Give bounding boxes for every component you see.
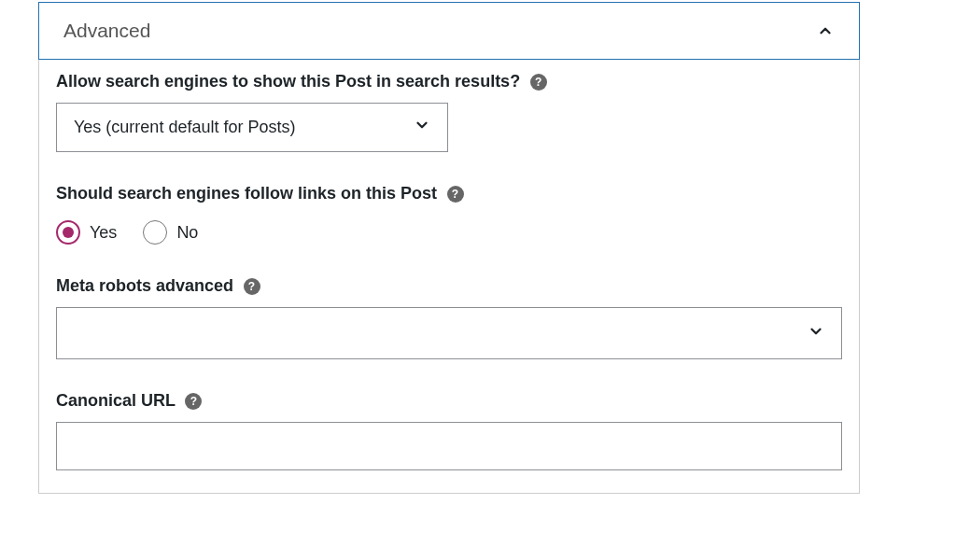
panel-title: Advanced — [63, 20, 150, 42]
help-icon[interactable]: ? — [530, 74, 547, 91]
radio-group-follow: Yes No — [56, 220, 842, 245]
chevron-up-icon — [816, 21, 835, 40]
radio-circle-yes — [56, 220, 80, 245]
help-icon[interactable]: ? — [185, 393, 202, 410]
field-allow-search: Allow search engines to show this Post i… — [56, 72, 842, 152]
label-canonical: Canonical URL — [56, 391, 176, 411]
chevron-down-icon — [414, 117, 430, 138]
field-meta-robots: Meta robots advanced ? — [56, 276, 842, 359]
label-follow-links: Should search engines follow links on th… — [56, 184, 437, 203]
field-follow-links: Should search engines follow links on th… — [56, 184, 842, 245]
radio-no[interactable]: No — [143, 220, 198, 245]
label-allow-search: Allow search engines to show this Post i… — [56, 72, 520, 91]
panel-header[interactable]: Advanced — [38, 2, 860, 60]
advanced-panel: Advanced Allow search engines to show th… — [38, 2, 860, 494]
help-icon[interactable]: ? — [244, 278, 260, 295]
select-allow-search[interactable]: Yes (current default for Posts) — [56, 103, 448, 152]
radio-label-yes: Yes — [90, 223, 117, 243]
select-meta-robots[interactable] — [56, 307, 842, 359]
help-icon[interactable]: ? — [447, 186, 464, 203]
radio-circle-no — [143, 220, 167, 245]
radio-label-no: No — [176, 223, 198, 243]
chevron-down-icon — [808, 323, 824, 344]
input-canonical-url[interactable] — [56, 422, 842, 470]
panel-body: Allow search engines to show this Post i… — [39, 59, 859, 493]
label-meta-robots: Meta robots advanced — [56, 276, 233, 296]
select-allow-search-value: Yes (current default for Posts) — [74, 118, 295, 137]
radio-yes[interactable]: Yes — [56, 220, 117, 245]
field-canonical: Canonical URL ? — [56, 391, 842, 470]
radio-dot — [63, 227, 74, 238]
